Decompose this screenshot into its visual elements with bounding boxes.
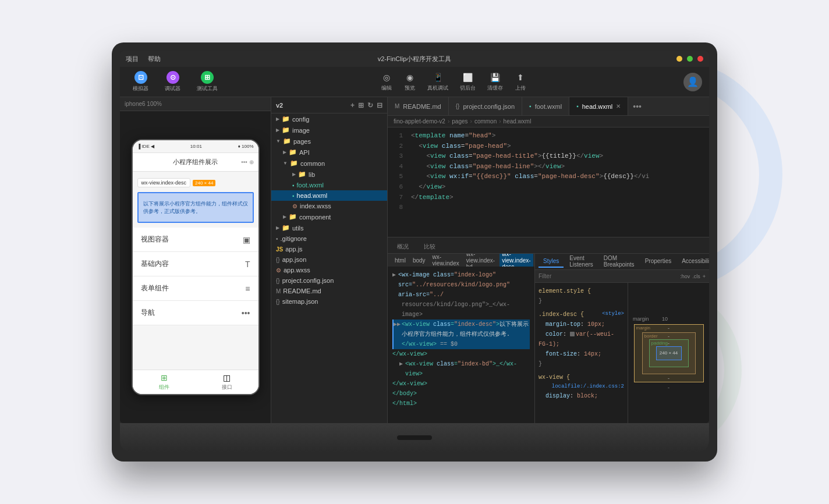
more-tabs-button[interactable]: ••• [628,102,646,111]
html-line-1: ▶▶ <wx-view class="index-desc">以下将展示小程序官… [392,320,530,349]
devtools-section-tabs: 概况 比较 [388,237,709,254]
background-tool[interactable]: ⬜ 切后台 [460,72,476,92]
add-btn[interactable]: + [703,274,706,279]
styles-filter-input[interactable] [539,273,678,279]
edit-tool[interactable]: ◎ 编辑 [381,72,392,92]
hover-btn[interactable]: :hov [680,274,690,279]
tree-item-label: lib [309,171,315,178]
list-item-label-1: 基础内容 [141,259,169,269]
html-inspector: html body wx-view.index wx-view.index-hd… [388,254,534,423]
status-bar-left: ▐ IDE ◀ [137,144,154,149]
el-breadcrumb-wx-view-index-desc[interactable]: wx-view.index-desc [499,254,533,267]
list-item-1[interactable]: 基础内容 T [133,252,258,276]
styles-tab-accessibility[interactable]: Accessibility [677,255,709,268]
preview-tool[interactable]: ◉ 预览 [404,72,416,92]
file-tree-header: v2 + ⊞ ↻ ⊟ [271,97,387,113]
window-controls [676,56,703,62]
debug-button[interactable]: ⊙ 调试器 [159,69,186,95]
tab-head-wxml[interactable]: ▪ head.wxml ✕ [569,97,628,115]
tree-item-label: app.js [285,246,302,253]
close-button[interactable] [697,56,703,62]
el-breadcrumb-body[interactable]: body [410,257,428,264]
device-debug-tool[interactable]: 📱 真机调试 [427,72,448,92]
tree-item-component[interactable]: ▶ 📁 component [271,211,387,222]
list-item-0[interactable]: 视图容器 ▣ [133,228,258,252]
phone-nav-dots[interactable]: ••• ⊕ [241,159,253,165]
collapse-btn[interactable]: ⊟ [377,101,382,109]
tab-item-component[interactable]: ⊞ 组件 [133,373,196,391]
tab-foot-wxml[interactable]: ▪ foot.wxml [522,97,569,115]
list-item-icon-3: ••• [242,308,250,318]
minimize-button[interactable] [676,56,682,62]
el-breadcrumb-html[interactable]: html [392,257,408,264]
list-item-3[interactable]: 导航 ••• [133,301,258,325]
device-debug-label: 真机调试 [427,84,448,92]
tree-item-head-wxml[interactable]: ▪ head.wxml [271,190,387,201]
cls-btn[interactable]: .cls [692,274,700,279]
tree-item-label: project.config.json [282,277,334,284]
tree-item-app-json[interactable]: {} app.json [271,254,387,265]
el-breadcrumb-wx-view-index-hd[interactable]: wx-view.index-hd [464,254,497,267]
menu-item-help[interactable]: 帮助 [148,55,161,63]
code-line-3: <view class="page-head-title">{{title}}<… [411,151,704,162]
html-line-0b: resources/kind/logo.png">_</wx-image> [392,300,530,320]
new-file-btn[interactable]: + [350,101,355,109]
tree-item-sitemap[interactable]: {} sitemap.json [271,296,387,307]
md-icon: M [276,288,281,294]
css-selector: element.style { [539,288,591,294]
tab-close-icon[interactable]: ✕ [616,103,621,109]
code-lines: <template name="head"> <view class="page… [406,127,709,237]
maximize-button[interactable] [687,56,693,62]
laptop-frame: 项目 帮助 v2-FinClip小程序开发工具 ⊡ 模拟器 ⊙ 调试器 [112,42,717,462]
simulator-panel: iphone6 100% ▐ IDE ◀ 10:01 ♦ 100% 小程序组件展… [120,97,271,423]
tree-item-api[interactable]: ▶ 📁 API [271,147,387,158]
json-tab-icon: {} [456,103,460,109]
menu-item-project[interactable]: 项目 [126,55,139,63]
tree-item-image[interactable]: ▶ 📁 image [271,125,387,136]
tab-label: foot.wxml [535,103,562,110]
css-selector: .index-desc { [539,311,584,318]
tree-item-foot-wxml[interactable]: ▪ foot.wxml [271,180,387,190]
tab-item-interface[interactable]: ◫ 接口 [196,373,258,391]
tree-item-readme[interactable]: M README.md [271,286,387,296]
test-button[interactable]: ⊞ 测试工具 [191,69,224,95]
refresh-btn[interactable]: ↻ [367,101,373,109]
clear-cache-tool[interactable]: 💾 清缓存 [487,72,503,92]
box-model-diagram: margin - - border - [634,324,704,382]
status-bar-time: 10:01 [190,144,202,149]
tree-item-project-config[interactable]: {} project.config.json [271,275,387,286]
tab-project-config[interactable]: {} project.config.json [449,97,522,115]
title-bar-left: 项目 帮助 [126,55,161,63]
laptop-base [120,423,709,452]
upload-tool[interactable]: ⬆ 上传 [515,72,526,92]
code-line-1: <template name="head"> [411,131,704,141]
el-breadcrumb-wx-view-index[interactable]: wx-view.index [430,254,462,267]
tree-item-app-wxss[interactable]: ⚙ app.wxss [271,265,387,275]
tree-item-gitignore[interactable]: • .gitignore [271,233,387,244]
code-editor[interactable]: 12345678 <template name="head"> <view cl… [388,127,709,237]
styles-tab-styles[interactable]: Styles [539,255,564,268]
tab-readme[interactable]: M README.md [388,97,449,115]
tree-item-label: app.json [282,256,307,263]
chevron-icon: ▶ [283,214,286,219]
tree-item-utils[interactable]: ▶ 📁 utils [271,222,387,233]
styles-tab-dom[interactable]: DOM Breakpoints [599,254,639,271]
tree-item-app-js[interactable]: JS app.js [271,244,387,254]
status-bar-right: ♦ 100% [238,144,254,149]
tree-item-lib[interactable]: ▶ 📁 lib [271,169,387,180]
list-item-2[interactable]: 表单组件 ≡ [133,276,258,301]
code-content: 12345678 <template name="head"> <view cl… [388,127,709,237]
user-avatar[interactable]: 👤 [683,73,702,91]
background-label: 切后台 [460,84,476,92]
simulator-button[interactable]: ⊡ 模拟器 [127,69,154,95]
new-folder-btn[interactable]: ⊞ [358,101,364,109]
tab-label: head.wxml [582,103,613,110]
tree-item-index-wxss[interactable]: ⚙ index.wxss [271,201,387,211]
styles-tab-properties[interactable]: Properties [640,255,676,268]
breadcrumb-item-0: fino-applet-demo-v2 [394,118,445,125]
tree-item-common[interactable]: ▼ 📁 common [271,158,387,169]
tree-item-pages[interactable]: ▼ 📁 pages [271,136,387,147]
styles-tab-event[interactable]: Event Listeners [565,254,598,271]
tree-item-config[interactable]: ▶ 📁 config [271,113,387,125]
folder-icon: 📁 [282,126,290,134]
